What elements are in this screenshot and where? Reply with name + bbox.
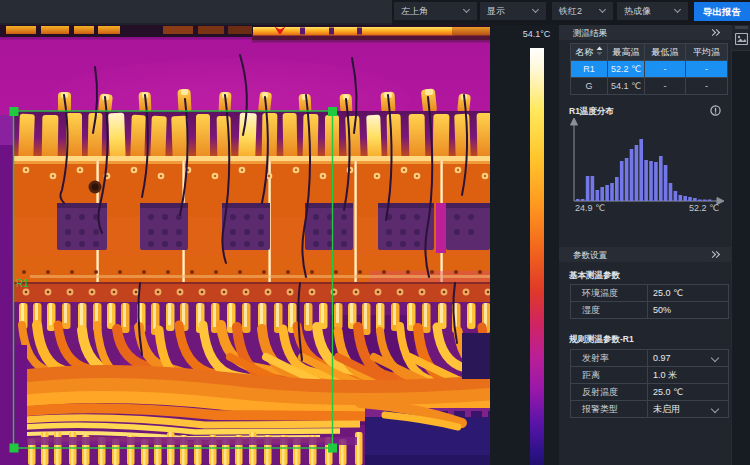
svg-text:R1: R1 [16, 278, 29, 289]
